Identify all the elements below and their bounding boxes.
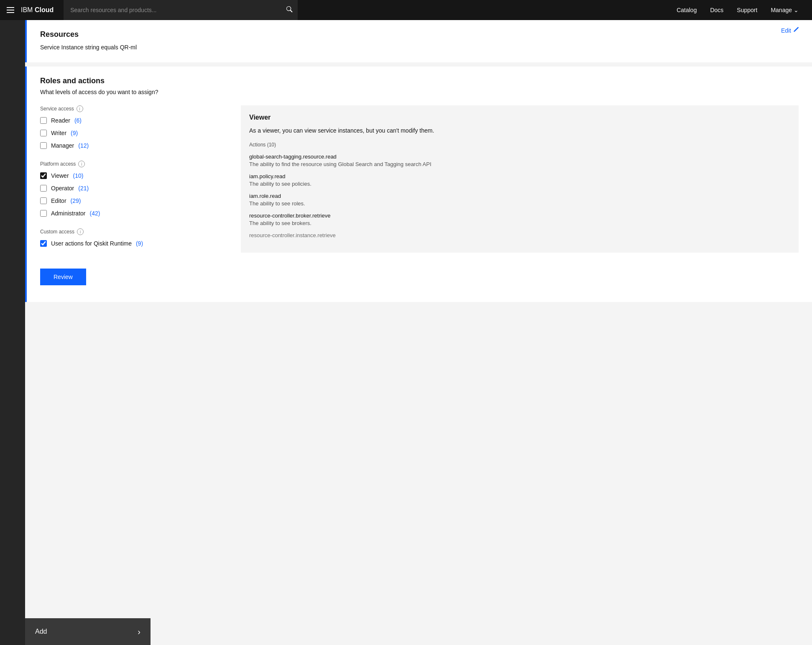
- reader-label: Reader: [51, 117, 70, 124]
- administrator-label: Administrator: [51, 210, 85, 217]
- edit-link[interactable]: Edit: [781, 27, 799, 34]
- support-link[interactable]: Support: [730, 0, 764, 20]
- action-item-3: iam.role.read The ability to see roles.: [249, 193, 790, 207]
- editor-count[interactable]: (29): [71, 197, 81, 204]
- viewer-panel-description: As a viewer, you can view service instan…: [249, 126, 790, 135]
- viewer-label: Viewer: [51, 172, 69, 179]
- brand-bold: Cloud: [35, 6, 54, 13]
- viewer-detail-panel: Viewer As a viewer, you can view service…: [241, 105, 799, 253]
- roles-section: Roles and actions What levels of access …: [25, 67, 812, 302]
- platform-access-checkboxes: Viewer (10) Operator (21) Editor (29): [40, 172, 227, 217]
- main-content: Resources Edit Service Instance string e…: [25, 20, 812, 645]
- roles-title: Roles and actions: [40, 77, 799, 85]
- action-desc-1: The ability to find the resource using G…: [249, 161, 790, 167]
- custom-role-checkbox[interactable]: [40, 240, 47, 247]
- action-desc-4: The ability to see brokers.: [249, 220, 790, 226]
- action-desc-2: The ability to see policies.: [249, 181, 790, 187]
- resources-title: Resources: [40, 30, 799, 39]
- manager-checkbox[interactable]: [40, 142, 47, 149]
- manager-count[interactable]: (12): [78, 142, 89, 149]
- action-name-2: iam.policy.read: [249, 173, 790, 179]
- viewer-panel-title: Viewer: [249, 114, 790, 121]
- administrator-count[interactable]: (42): [89, 210, 100, 217]
- brand-plain: IBM: [21, 6, 35, 13]
- manage-chevron-icon: ⌄: [794, 7, 799, 13]
- reader-checkbox[interactable]: [40, 117, 47, 124]
- add-arrow-icon: ›: [138, 627, 140, 637]
- editor-label: Editor: [51, 197, 66, 204]
- editor-checkbox[interactable]: [40, 197, 47, 204]
- platform-access-info-icon[interactable]: i: [78, 161, 85, 167]
- action-name-1: global-search-tagging.resource.read: [249, 154, 790, 160]
- custom-access-label: Custom access i: [40, 228, 227, 235]
- platform-access-label: Platform access i: [40, 161, 227, 167]
- resources-section: Resources Edit Service Instance string e…: [25, 20, 812, 62]
- add-bottom-bar[interactable]: Add ›: [25, 618, 151, 645]
- catalog-link[interactable]: Catalog: [670, 0, 703, 20]
- action-name-5: resource-controller.instance.retrieve: [249, 232, 790, 238]
- resource-text: Service Instance string equals QR-ml: [40, 44, 799, 51]
- roles-columns: Service access i Reader (6) Writer (9): [40, 105, 799, 285]
- roles-left-column: Service access i Reader (6) Writer (9): [40, 105, 241, 285]
- action-item-1: global-search-tagging.resource.read The …: [249, 154, 790, 167]
- manager-label: Manager: [51, 142, 74, 149]
- administrator-checkbox[interactable]: [40, 210, 47, 217]
- custom-role-label: User actions for Qiskit Runtime: [51, 240, 132, 247]
- custom-access-info-icon[interactable]: i: [77, 228, 84, 235]
- search-wrapper: [64, 0, 298, 20]
- custom-role-checkbox-row[interactable]: User actions for Qiskit Runtime (9): [40, 240, 227, 247]
- administrator-checkbox-row[interactable]: Administrator (42): [40, 210, 227, 217]
- service-access-info-icon[interactable]: i: [77, 105, 83, 112]
- review-button[interactable]: Review: [40, 269, 86, 285]
- action-name-4: resource-controller.broker.retrieve: [249, 212, 790, 219]
- writer-count[interactable]: (9): [71, 130, 78, 136]
- action-item-4: resource-controller.broker.retrieve The …: [249, 212, 790, 226]
- custom-access-checkboxes: User actions for Qiskit Runtime (9): [40, 240, 227, 247]
- action-item-2: iam.policy.read The ability to see polic…: [249, 173, 790, 187]
- hamburger-menu[interactable]: [7, 7, 14, 13]
- writer-label: Writer: [51, 130, 66, 136]
- section-divider: [25, 63, 812, 67]
- viewer-checkbox-row[interactable]: Viewer (10): [40, 172, 227, 179]
- sidebar: [0, 20, 25, 645]
- topnav-links: Catalog Docs Support Manage ⌄: [670, 0, 805, 20]
- top-navigation: IBM Cloud Catalog Docs Support Manage ⌄: [0, 0, 812, 20]
- search-button[interactable]: [286, 6, 293, 15]
- content-area: Resources Edit Service Instance string e…: [25, 20, 812, 336]
- search-input[interactable]: [64, 0, 298, 20]
- reader-checkbox-row[interactable]: Reader (6): [40, 117, 227, 124]
- operator-checkbox-row[interactable]: Operator (21): [40, 185, 227, 192]
- action-name-3: iam.role.read: [249, 193, 790, 199]
- docs-link[interactable]: Docs: [703, 0, 730, 20]
- service-access-checkboxes: Reader (6) Writer (9) Manager (12): [40, 117, 227, 149]
- operator-checkbox[interactable]: [40, 185, 47, 192]
- action-item-5: resource-controller.instance.retrieve: [249, 232, 790, 238]
- action-desc-3: The ability to see roles.: [249, 200, 790, 207]
- writer-checkbox-row[interactable]: Writer (9): [40, 130, 227, 136]
- brand-logo: IBM Cloud: [21, 6, 54, 14]
- viewer-actions-label: Actions (10): [249, 142, 790, 148]
- operator-count[interactable]: (21): [78, 185, 89, 192]
- service-access-label: Service access i: [40, 105, 227, 112]
- add-label: Add: [35, 628, 47, 635]
- roles-subtitle: What levels of access do you want to ass…: [40, 89, 799, 95]
- editor-checkbox-row[interactable]: Editor (29): [40, 197, 227, 204]
- viewer-count[interactable]: (10): [73, 172, 84, 179]
- manager-checkbox-row[interactable]: Manager (12): [40, 142, 227, 149]
- writer-checkbox[interactable]: [40, 130, 47, 136]
- viewer-checkbox[interactable]: [40, 172, 47, 179]
- reader-count[interactable]: (6): [74, 117, 82, 124]
- custom-role-count[interactable]: (9): [136, 240, 143, 247]
- edit-icon: [793, 27, 799, 34]
- operator-label: Operator: [51, 185, 74, 192]
- manage-link[interactable]: Manage ⌄: [764, 0, 805, 20]
